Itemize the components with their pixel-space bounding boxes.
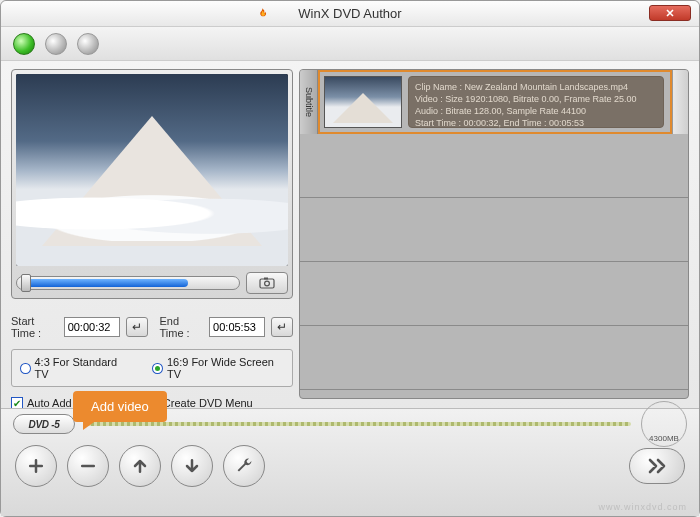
end-time-input[interactable] bbox=[209, 317, 265, 337]
step-toolbar bbox=[1, 27, 699, 61]
svg-rect-0 bbox=[260, 279, 274, 288]
wrench-icon bbox=[234, 456, 254, 476]
preview-frame bbox=[11, 69, 293, 299]
clip-time-info: Start Time : 00:00:32, End Time : 00:05:… bbox=[415, 117, 657, 129]
clip-thumbnail bbox=[324, 76, 402, 128]
video-preview[interactable] bbox=[16, 74, 288, 266]
clip-row-empty bbox=[300, 262, 688, 326]
add-button[interactable] bbox=[15, 445, 57, 487]
subtitle-tab[interactable]: Subtitle bbox=[300, 70, 318, 134]
clip-list-panel: Subtitle Clip Name : New Zealand Mountai… bbox=[299, 69, 689, 399]
bottom-bar: DVD -5 4300MB Add video www.winxdvd.com bbox=[1, 408, 699, 516]
titlebar: WinX DVD Author bbox=[1, 1, 699, 27]
aspect-ratio-group: 4:3 For Standard TV 16:9 For Wide Screen… bbox=[11, 349, 293, 387]
move-down-button[interactable] bbox=[171, 445, 213, 487]
step-indicator-3[interactable] bbox=[77, 33, 99, 55]
clip-video-info: Video : Size 1920:1080, Bitrate 0.00, Fr… bbox=[415, 93, 657, 105]
step-indicator-2[interactable] bbox=[45, 33, 67, 55]
plus-icon bbox=[26, 456, 46, 476]
step-indicator-1[interactable] bbox=[13, 33, 35, 55]
radio-icon bbox=[20, 363, 31, 374]
aspect-16-9-label: 16:9 For Wide Screen TV bbox=[167, 356, 284, 380]
start-time-input[interactable] bbox=[64, 317, 120, 337]
dvd-type-selector[interactable]: DVD -5 bbox=[13, 414, 75, 434]
clip-list-scrollbar[interactable] bbox=[672, 70, 688, 134]
clip-audio-info: Audio : Bitrate 128.00, Sample Rate 4410… bbox=[415, 105, 657, 117]
capacity-row: DVD -5 4300MB Add video bbox=[1, 409, 699, 439]
action-button-row bbox=[1, 439, 699, 487]
next-button[interactable] bbox=[629, 448, 685, 484]
snapshot-button[interactable] bbox=[246, 272, 288, 294]
clip-info: Clip Name : New Zealand Mountain Landsca… bbox=[408, 76, 664, 128]
clip-list[interactable]: Subtitle Clip Name : New Zealand Mountai… bbox=[300, 70, 688, 398]
time-row: Start Time : ↵ End Time : ↵ bbox=[11, 315, 293, 339]
main-content: Start Time : ↵ End Time : ↵ 4:3 For Stan… bbox=[1, 61, 699, 401]
disc-capacity-indicator: 4300MB bbox=[641, 401, 687, 447]
arrow-down-icon bbox=[182, 456, 202, 476]
aspect-4-3-label: 4:3 For Standard TV bbox=[35, 356, 129, 380]
start-time-label: Start Time : bbox=[11, 315, 58, 339]
enter-icon: ↵ bbox=[277, 320, 287, 334]
svg-point-1 bbox=[265, 281, 270, 286]
start-time-apply[interactable]: ↵ bbox=[126, 317, 148, 337]
svg-rect-2 bbox=[264, 278, 268, 280]
window-title: WinX DVD Author bbox=[298, 6, 401, 21]
aspect-16-9-option[interactable]: 16:9 For Wide Screen TV bbox=[152, 356, 284, 380]
settings-button[interactable] bbox=[223, 445, 265, 487]
end-time-label: End Time : bbox=[160, 315, 204, 339]
app-window: WinX DVD Author bbox=[0, 0, 700, 517]
left-panel: Start Time : ↵ End Time : ↵ 4:3 For Stan… bbox=[11, 69, 293, 399]
add-video-tooltip: Add video bbox=[73, 391, 167, 422]
camera-icon bbox=[259, 277, 275, 289]
app-icon bbox=[255, 7, 269, 21]
close-icon bbox=[665, 8, 675, 18]
clip-row-empty bbox=[300, 326, 688, 390]
clip-row[interactable]: Clip Name : New Zealand Mountain Landsca… bbox=[318, 70, 672, 134]
double-chevron-right-icon bbox=[646, 457, 668, 475]
close-button[interactable] bbox=[649, 5, 691, 21]
aspect-4-3-option[interactable]: 4:3 For Standard TV bbox=[20, 356, 128, 380]
radio-icon bbox=[152, 363, 163, 374]
clip-row-empty bbox=[300, 134, 688, 198]
seek-slider[interactable] bbox=[16, 276, 240, 290]
capacity-track bbox=[85, 422, 631, 426]
move-up-button[interactable] bbox=[119, 445, 161, 487]
minus-icon bbox=[78, 456, 98, 476]
end-time-apply[interactable]: ↵ bbox=[271, 317, 293, 337]
arrow-up-icon bbox=[130, 456, 150, 476]
remove-button[interactable] bbox=[67, 445, 109, 487]
clip-row-empty bbox=[300, 198, 688, 262]
footer-url: www.winxdvd.com bbox=[598, 502, 687, 512]
enter-icon: ↵ bbox=[132, 320, 142, 334]
disc-capacity-label: 4300MB bbox=[649, 434, 679, 443]
clip-name: Clip Name : New Zealand Mountain Landsca… bbox=[415, 81, 657, 93]
